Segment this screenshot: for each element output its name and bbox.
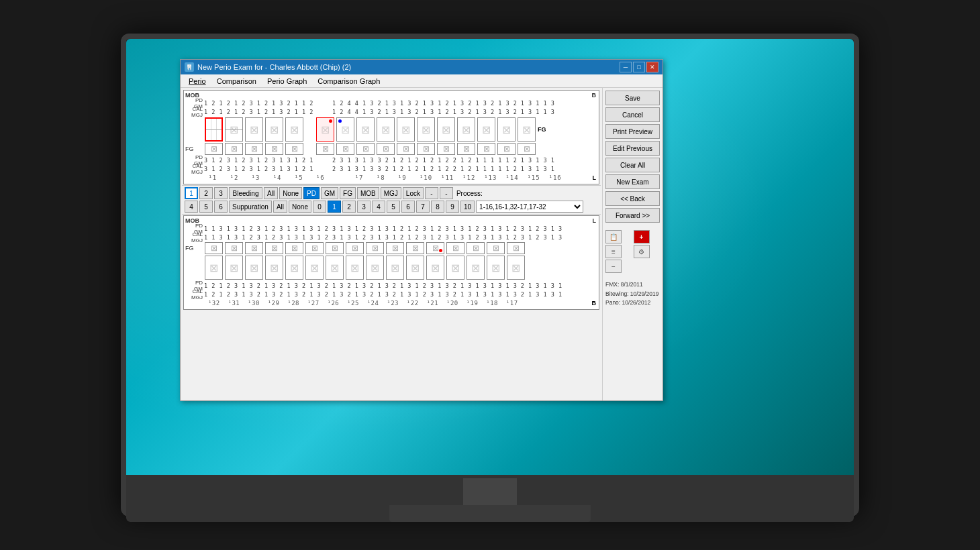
tooth-1-icon[interactable] xyxy=(205,117,223,142)
fg-btn[interactable]: FG xyxy=(340,187,356,199)
fg-tooth-2[interactable]: ⊠ xyxy=(225,143,243,155)
forward-button[interactable]: Forward >> xyxy=(605,208,660,223)
pd-btn[interactable]: PD xyxy=(303,187,320,199)
num-btn-7[interactable]: 7 xyxy=(416,201,430,213)
num-btn-1[interactable]: 1 xyxy=(328,201,341,213)
bleeding-none-btn[interactable]: None xyxy=(279,187,302,199)
lower-fg-t3[interactable]: ⊠ xyxy=(245,242,263,254)
tooth-10-icon[interactable]: ⊠ xyxy=(397,117,415,142)
lower-tooth-2[interactable]: ⊠ xyxy=(225,256,243,280)
btn-5[interactable]: 5 xyxy=(199,201,213,213)
xray-settings-btn[interactable]: ⚙ xyxy=(634,245,650,258)
fg-tooth-5[interactable]: ⊠ xyxy=(285,143,303,155)
tooth-5-icon[interactable]: ⊠ xyxy=(285,117,303,142)
fg-tooth-10[interactable]: ⊠ xyxy=(397,143,415,155)
tooth-8-icon[interactable]: ⊠ xyxy=(356,117,375,142)
clear-all-button[interactable]: Clear All xyxy=(605,158,660,172)
xray-chart-btn[interactable]: ≡ xyxy=(605,245,622,258)
lower-tooth-6[interactable]: ⊠ xyxy=(305,256,324,280)
bleeding-all-btn[interactable]: All xyxy=(264,187,278,199)
lower-fg-t7[interactable]: ⊠ xyxy=(326,242,344,254)
close-button[interactable]: ✕ xyxy=(646,62,658,72)
xray-view-btn-1[interactable]: 📋 xyxy=(605,230,622,243)
tooth-15-icon[interactable]: ⊠ xyxy=(497,117,516,142)
btn-1[interactable]: 1 xyxy=(185,187,198,199)
new-exam-button[interactable]: New Exam xyxy=(605,174,660,189)
lower-tooth-9[interactable]: ⊠ xyxy=(366,256,384,280)
lower-fg-t5[interactable]: ⊠ xyxy=(285,242,303,254)
tooth-9-icon[interactable]: ⊠ xyxy=(377,117,395,142)
tooth-16-icon[interactable]: ⊠ xyxy=(518,117,536,142)
fg-tooth-6[interactable]: ⊠ xyxy=(316,143,334,155)
lower-fg-t11[interactable]: ⊠ xyxy=(406,242,424,254)
lower-tooth-15[interactable]: ⊠ xyxy=(487,256,505,280)
tooth-11-icon[interactable]: ⊠ xyxy=(417,117,435,142)
lock-btn[interactable]: Lock xyxy=(403,187,424,199)
menu-item-comparison[interactable]: Comparison xyxy=(211,76,262,87)
num-btn-2[interactable]: 2 xyxy=(342,201,356,213)
num-btn-4[interactable]: 4 xyxy=(372,201,385,213)
fg-tooth-12[interactable]: ⊠ xyxy=(437,143,455,155)
mob-btn[interactable]: MOB xyxy=(357,187,379,199)
mgj-btn[interactable]: MGJ xyxy=(381,187,401,199)
fg-tooth-9[interactable]: ⊠ xyxy=(377,143,395,155)
lower-fg-t1[interactable]: ⊠ xyxy=(205,242,223,254)
fg-tooth-15[interactable]: ⊠ xyxy=(497,143,516,155)
lower-tooth-1[interactable]: ⊠ xyxy=(205,256,223,280)
gm-btn[interactable]: GM xyxy=(321,187,338,199)
num-btn-10[interactable]: 10 xyxy=(460,201,475,213)
menu-item-comparison-graph[interactable]: Comparison Graph xyxy=(312,76,385,87)
lower-tooth-11[interactable]: ⊠ xyxy=(406,256,424,280)
tooth-12-icon[interactable]: ⊠ xyxy=(437,117,455,142)
tooth-6-icon[interactable]: ⊠ xyxy=(316,117,334,142)
fg-tooth-14[interactable]: ⊠ xyxy=(477,143,495,155)
num-btn-6[interactable]: 6 xyxy=(401,201,415,213)
num-btn-5[interactable]: 5 xyxy=(387,201,400,213)
back-button[interactable]: << Back xyxy=(605,191,660,206)
maximize-button[interactable]: □ xyxy=(633,62,645,72)
lower-tooth-10[interactable]: ⊠ xyxy=(386,256,404,280)
lower-tooth-12[interactable]: ⊠ xyxy=(426,256,444,280)
xray-minus-btn[interactable]: − xyxy=(605,260,622,273)
supp-none-btn[interactable]: None xyxy=(289,201,311,213)
lower-fg-t2[interactable]: ⊠ xyxy=(225,242,243,254)
lower-tooth-16[interactable]: ⊠ xyxy=(507,256,525,280)
btn-4[interactable]: 4 xyxy=(185,201,198,213)
dash2-btn[interactable]: - xyxy=(440,187,453,199)
xray-add-btn[interactable]: + xyxy=(634,230,650,243)
btn-6[interactable]: 6 xyxy=(214,201,228,213)
num-btn-9[interactable]: 9 xyxy=(446,201,459,213)
lower-tooth-5[interactable]: ⊠ xyxy=(285,256,303,280)
lower-fg-t9[interactable]: ⊠ xyxy=(366,242,384,254)
menu-item-perio-graph[interactable]: Perio Graph xyxy=(262,76,312,87)
num-btn-3[interactable]: 3 xyxy=(357,201,371,213)
bleeding-btn[interactable]: Bleeding xyxy=(229,187,262,199)
suppuration-btn[interactable]: Suppuration xyxy=(229,201,272,213)
tooth-14-icon[interactable]: ⊠ xyxy=(477,117,495,142)
fg-tooth-16[interactable]: ⊠ xyxy=(518,143,536,155)
fg-tooth-7[interactable]: ⊠ xyxy=(336,143,354,155)
supp-all-btn[interactable]: All xyxy=(273,201,287,213)
menu-item-perio[interactable]: Perio xyxy=(183,76,211,87)
fg-tooth-4[interactable]: ⊠ xyxy=(265,143,283,155)
lower-fg-t4[interactable]: ⊠ xyxy=(265,242,283,254)
lower-tooth-8[interactable]: ⊠ xyxy=(346,256,364,280)
print-preview-button[interactable]: Print Preview xyxy=(605,124,660,139)
cancel-button[interactable]: Cancel xyxy=(605,107,660,122)
save-button[interactable]: Save xyxy=(605,91,660,105)
lower-fg-t8[interactable]: ⊠ xyxy=(346,242,364,254)
process-dropdown[interactable]: 1-16,16-1,32-17,17-32 xyxy=(476,201,583,213)
lower-fg-t12[interactable]: ⊠ xyxy=(426,242,444,254)
lower-tooth-7[interactable]: ⊠ xyxy=(326,256,344,280)
num-btn-0[interactable]: 0 xyxy=(313,201,326,213)
minimize-button[interactable]: ─ xyxy=(620,62,632,72)
tooth-7-icon[interactable]: ⊠ xyxy=(336,117,354,142)
tooth-4-icon[interactable]: ⊠ xyxy=(265,117,283,142)
lower-tooth-3[interactable]: ⊠ xyxy=(245,256,263,280)
lower-fg-t6[interactable]: ⊠ xyxy=(305,242,324,254)
lower-tooth-13[interactable]: ⊠ xyxy=(446,256,464,280)
btn-3[interactable]: 3 xyxy=(214,187,228,199)
tooth-13-icon[interactable]: ⊠ xyxy=(457,117,475,142)
fg-tooth-11[interactable]: ⊠ xyxy=(417,143,435,155)
edit-previous-button[interactable]: Edit Previous xyxy=(605,141,660,156)
